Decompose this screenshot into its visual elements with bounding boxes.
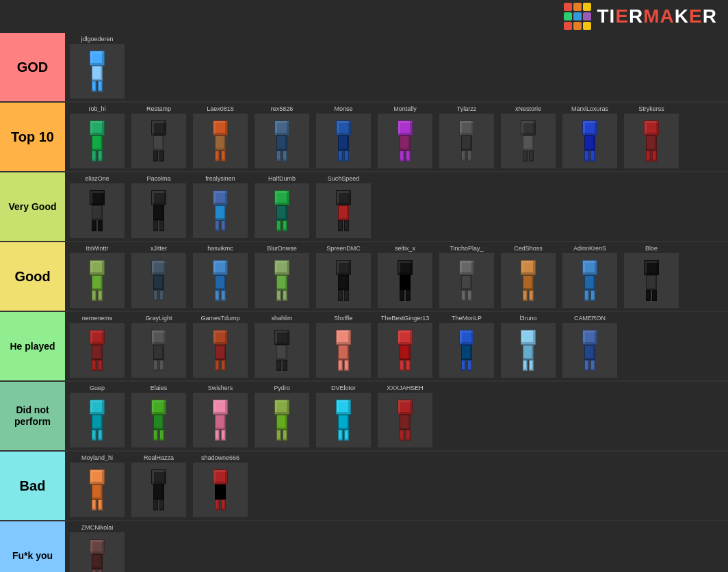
char-name: TinchoPlay_ (437, 245, 497, 252)
char-sprite (501, 323, 556, 378)
tier-items-verygood: eliazOne Pacolma frealysinen (65, 172, 728, 241)
char-sprite (316, 393, 371, 447)
char-sprite (193, 253, 248, 308)
char-sprite (70, 183, 125, 238)
char-name: MarxiLoxuras (560, 105, 620, 112)
tier-label-text: Did not perform (3, 404, 62, 428)
logo-dot-9 (583, 22, 591, 30)
char-name: Moyland_hi (67, 454, 127, 461)
char-name: Guep (67, 385, 127, 391)
list-item: TheMoriLP (436, 313, 497, 379)
logo-dot-7 (564, 22, 572, 30)
list-item: XXXJAHSEH (374, 383, 436, 449)
tier-label-text: Bad (20, 478, 46, 494)
char-sprite (316, 183, 371, 238)
char-name: xNestorie (498, 105, 558, 112)
char-sprite (562, 114, 617, 168)
logo-dot-6 (583, 12, 591, 21)
char-name: Elaies (129, 385, 189, 391)
tier-label-top10: Top 10 (0, 103, 65, 171)
logo-dot-3 (583, 3, 591, 11)
char-sprite (562, 253, 617, 308)
tier-row-good: GoodItsWinttr xJitter hasvikmc (0, 242, 728, 312)
logo-dot-5 (573, 12, 582, 21)
list-item: Guep (66, 383, 128, 449)
char-name: CAMERON (560, 315, 620, 322)
list-item: seltix_x (374, 244, 436, 309)
char-name: seltix_x (375, 245, 435, 252)
char-name: xJitter (129, 245, 189, 252)
list-item: Restamp (128, 104, 190, 170)
char-sprite (378, 114, 432, 168)
tier-row-verygood: Very GoodeliazOne Pacolma frealysinen (0, 172, 728, 242)
list-item: jdlgoederen (66, 34, 128, 100)
char-sprite (255, 323, 309, 378)
char-sprite (378, 323, 432, 378)
logo-dot-2 (573, 3, 582, 11)
list-item: l3runo (497, 313, 559, 379)
char-name: rob_hi (67, 105, 127, 112)
tier-list: GODjdlgoederen Top 10rob_hi Restamp (0, 33, 728, 572)
tier-items-heplayed: nemenems GrayLight GamesTdump (65, 312, 728, 380)
char-sprite (70, 393, 125, 447)
list-item: Monse (313, 104, 374, 170)
list-item: Bloe (621, 244, 682, 309)
list-item: Montally (374, 104, 436, 170)
list-item: CAMERON (559, 313, 621, 379)
char-sprite (131, 253, 186, 308)
logo-text: TiERMAkER (597, 5, 717, 27)
list-item: CedShoss (497, 244, 559, 309)
list-item: Pacolma (128, 174, 190, 239)
char-sprite (316, 323, 371, 378)
char-name: frealysinen (190, 175, 250, 182)
list-item: Moyland_hi (66, 453, 128, 519)
tier-label-text: Very Good (8, 201, 56, 213)
char-sprite (193, 114, 248, 168)
tier-label-text: GOD (17, 59, 49, 75)
char-name: Monse (313, 105, 374, 112)
char-sprite (316, 114, 371, 168)
list-item: frealysinen (190, 174, 251, 239)
list-item: AdinnKrenS (559, 244, 621, 309)
char-name: 5hxffle (313, 315, 374, 322)
char-name: ZMCNikolai (67, 524, 127, 531)
char-name: Bloe (621, 245, 681, 252)
list-item: rob_hi (66, 104, 128, 170)
tier-row-fukyou: Fu*k youZMCNikolai (0, 521, 728, 572)
char-sprite (255, 183, 309, 238)
char-name: Pacolma (129, 175, 189, 182)
tier-label-bad: Bad (0, 452, 65, 520)
char-name: SpreenDMC (313, 245, 374, 252)
char-sprite (624, 253, 679, 308)
char-sprite (255, 253, 309, 308)
logo-grid (564, 3, 591, 30)
list-item: Elaies (128, 383, 190, 449)
char-sprite (378, 393, 432, 447)
char-sprite (131, 114, 186, 168)
list-item: eliazOne (66, 174, 128, 239)
list-item: Pydro (251, 383, 313, 449)
char-sprite (70, 253, 125, 308)
tier-label-fukyou: Fu*k you (0, 521, 65, 572)
list-item: shadowne666 (190, 453, 251, 519)
tier-items-god: jdlgoederen (65, 33, 728, 101)
tier-label-text: Fu*k you (12, 550, 53, 562)
char-sprite (131, 393, 186, 447)
list-item: BlurDnwse (251, 244, 313, 309)
char-name: rex5826 (252, 105, 312, 112)
char-sprite (439, 323, 494, 378)
char-sprite (70, 114, 125, 168)
tier-row-didnot: Did not performGuep Elaies Swishers (0, 382, 728, 452)
char-sprite (70, 44, 125, 99)
header: TiERMAkER (0, 0, 728, 33)
tier-items-didnot: Guep Elaies Swishers Pydro (65, 382, 728, 450)
list-item: xNestorie (497, 104, 559, 170)
tier-items-top10: rob_hi Restamp Laex0815 re (65, 103, 728, 171)
char-name: shadowne666 (190, 454, 250, 461)
list-item: shahlim (251, 313, 313, 379)
char-name: Strykerss (621, 105, 681, 112)
char-name: CedShoss (498, 245, 558, 252)
char-name: TheMoriLP (437, 315, 497, 322)
char-name: GamesTdump (190, 315, 250, 322)
list-item: Tylarzz (436, 104, 497, 170)
